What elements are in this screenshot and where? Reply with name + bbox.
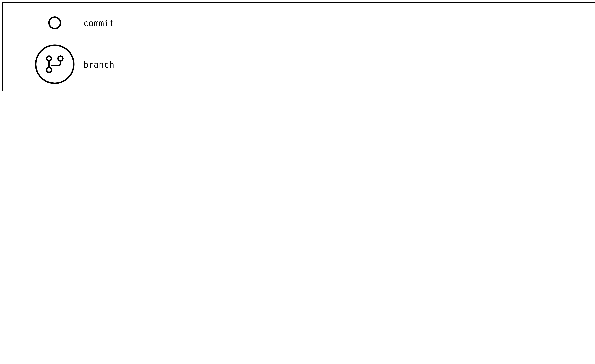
legend-commit-icon [49,17,60,28]
legend-branch-ring [36,45,74,83]
diagram-frame [2,2,595,91]
legend-branch-label: branch [83,60,114,70]
legend-commit-label: commit [83,18,114,28]
